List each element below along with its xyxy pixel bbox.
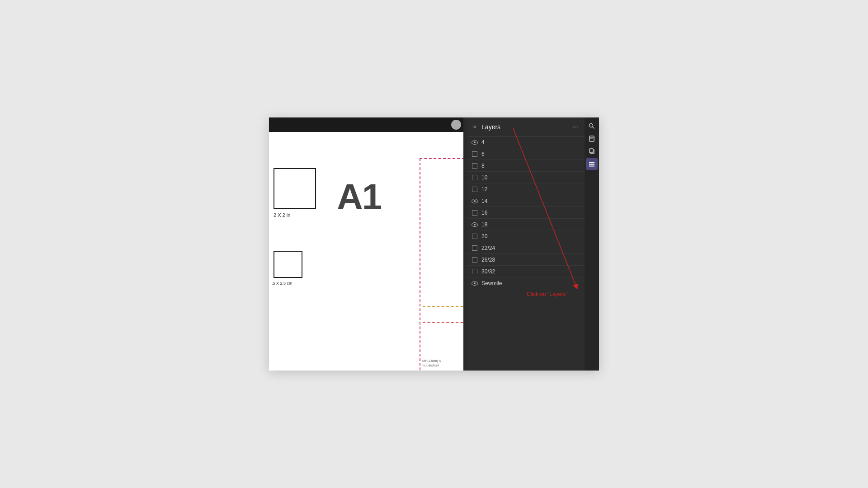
layer-item-layer-4[interactable]: 4 bbox=[467, 136, 585, 148]
layer-name-layer-10: 10 bbox=[481, 174, 581, 181]
scroll-divider bbox=[463, 117, 467, 371]
layer-item-layer-sewmile[interactable]: Sewmile bbox=[467, 277, 585, 289]
checkbox-visibility-icon[interactable] bbox=[471, 209, 479, 217]
box-small-label: .5 X 2.5 cm bbox=[272, 281, 292, 286]
layers-panel: × Layers ··· 46810121416182022/2426/2830… bbox=[467, 117, 585, 371]
svg-rect-6 bbox=[590, 149, 593, 153]
layer-name-layer-6: 6 bbox=[481, 151, 581, 157]
red-dashed-line bbox=[423, 322, 463, 323]
layer-name-layer-20: 20 bbox=[481, 233, 581, 239]
layers-list[interactable]: 46810121416182022/2426/2830/32Sewmile bbox=[467, 136, 585, 371]
svg-rect-7 bbox=[589, 162, 594, 163]
canvas-handle bbox=[451, 120, 461, 130]
canvas-top-bar bbox=[269, 117, 463, 132]
eye-visibility-icon[interactable] bbox=[471, 197, 479, 205]
eye-visibility-icon[interactable] bbox=[471, 138, 479, 146]
dashed-rect-overlay bbox=[420, 158, 463, 371]
layer-name-layer-2224: 22/24 bbox=[481, 245, 581, 251]
checkbox-visibility-icon[interactable] bbox=[471, 162, 479, 170]
checkbox-visibility-icon[interactable] bbox=[471, 267, 479, 276]
layer-item-layer-16[interactable]: 16 bbox=[467, 207, 585, 219]
search-icon[interactable] bbox=[586, 120, 598, 132]
a1-label: A1 bbox=[337, 176, 381, 218]
layer-item-layer-3032[interactable]: 30/32 bbox=[467, 266, 585, 277]
checkbox-visibility-icon[interactable] bbox=[471, 232, 479, 240]
close-panel-button[interactable]: × bbox=[472, 124, 478, 130]
layer-name-layer-12: 12 bbox=[481, 186, 581, 192]
layers-icon[interactable] bbox=[586, 158, 598, 170]
layer-name-layer-3032: 30/32 bbox=[481, 268, 581, 275]
layer-item-layer-8[interactable]: 8 bbox=[467, 160, 585, 172]
box-large bbox=[274, 168, 316, 209]
checkbox-visibility-icon[interactable] bbox=[471, 244, 479, 252]
right-sidebar bbox=[585, 117, 599, 371]
checkbox-visibility-icon[interactable] bbox=[471, 256, 479, 264]
checkbox-visibility-icon[interactable] bbox=[471, 150, 479, 158]
canvas-bottom-text: 5/8"(1.5cm) S included unl bbox=[422, 359, 441, 368]
layer-item-layer-12[interactable]: 12 bbox=[467, 183, 585, 195]
copy-icon[interactable] bbox=[586, 145, 598, 157]
layer-item-layer-10[interactable]: 10 bbox=[467, 172, 585, 183]
layer-item-layer-2628[interactable]: 26/28 bbox=[467, 254, 585, 266]
checkbox-visibility-icon[interactable] bbox=[471, 185, 479, 193]
panel-title: Layers bbox=[481, 123, 572, 131]
svg-rect-8 bbox=[589, 164, 594, 165]
layer-name-layer-8: 8 bbox=[481, 163, 581, 169]
canvas-area: 2 X 2 in A1 .5 X 2.5 cm 5/8"(1.5cm) S in… bbox=[269, 117, 463, 371]
layer-item-layer-14[interactable]: 14 bbox=[467, 195, 585, 207]
eye-visibility-icon[interactable] bbox=[471, 221, 479, 229]
layer-name-layer-14: 14 bbox=[481, 198, 581, 204]
layer-name-layer-16: 16 bbox=[481, 210, 581, 216]
layer-item-layer-6[interactable]: 6 bbox=[467, 148, 585, 160]
layer-item-layer-2224[interactable]: 22/24 bbox=[467, 242, 585, 254]
panel-menu-button[interactable]: ··· bbox=[572, 123, 578, 131]
checkbox-visibility-icon[interactable] bbox=[471, 174, 479, 182]
layer-name-layer-sewmile: Sewmile bbox=[481, 280, 581, 286]
box-small bbox=[274, 251, 302, 278]
bookmark-icon[interactable] bbox=[586, 133, 598, 145]
orange-dashed-line bbox=[423, 306, 463, 307]
layer-name-layer-4: 4 bbox=[481, 139, 581, 145]
layer-item-layer-18[interactable]: 18 bbox=[467, 219, 585, 230]
svg-line-1 bbox=[593, 127, 594, 129]
layer-item-layer-20[interactable]: 20 bbox=[467, 230, 585, 242]
svg-rect-9 bbox=[589, 165, 594, 167]
box-large-label: 2 X 2 in bbox=[274, 212, 290, 218]
layer-name-layer-2628: 26/28 bbox=[481, 257, 581, 263]
layer-name-layer-18: 18 bbox=[481, 221, 581, 228]
panel-header: × Layers ··· bbox=[467, 117, 585, 136]
eye-visibility-icon[interactable] bbox=[471, 279, 479, 287]
